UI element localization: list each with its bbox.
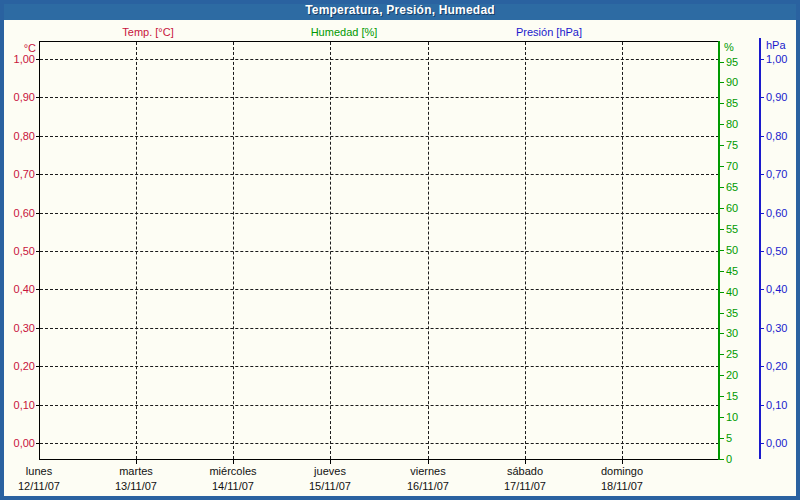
humidity-tick-label: 50: [726, 243, 738, 257]
vertical-gridline: [330, 42, 331, 459]
horizontal-gridline: [40, 97, 719, 98]
temperature-tick: [36, 97, 39, 98]
window-border: [0, 0, 800, 500]
legend-humidity: Humedad [%]: [311, 26, 378, 38]
pressure-tick-label: 0,80: [766, 129, 787, 143]
horizontal-gridline: [40, 443, 719, 444]
vertical-gridline: [233, 42, 234, 459]
temperature-tick: [36, 251, 39, 252]
pressure-tick: [759, 405, 764, 406]
pressure-tick: [759, 136, 764, 137]
day-date-label: 13/11/07: [88, 480, 184, 493]
day-tick: [622, 459, 623, 464]
humidity-tick-label: 5: [726, 431, 732, 445]
pressure-tick-label: 0,50: [766, 244, 787, 258]
humidity-tick: [718, 396, 724, 397]
temperature-tick: [36, 443, 39, 444]
temperature-tick-label: 0,40: [0, 282, 35, 296]
pressure-tick: [759, 213, 764, 214]
day-name-label: jueves: [282, 465, 378, 478]
temperature-tick: [36, 289, 39, 290]
humidity-tick-label: 35: [726, 306, 738, 320]
pressure-tick: [759, 174, 764, 175]
horizontal-gridline: [40, 405, 719, 406]
humidity-tick: [718, 250, 724, 251]
temperature-axis-line: [39, 41, 40, 460]
humidity-tick: [718, 292, 724, 293]
temperature-tick: [36, 328, 39, 329]
humidity-tick-label: 30: [726, 326, 738, 340]
humidity-tick: [718, 313, 724, 314]
day-date-label: 14/11/07: [185, 480, 281, 493]
humidity-tick-label: 90: [726, 75, 738, 89]
humidity-tick-label: 55: [726, 222, 738, 236]
pressure-tick: [759, 97, 764, 98]
pressure-tick-label: 0,20: [766, 359, 787, 373]
pressure-tick: [759, 443, 764, 444]
chart-titlebar: Temperatura, Presión, Humedad: [0, 0, 800, 20]
horizontal-gridline: [40, 289, 719, 290]
horizontal-gridline: [40, 136, 719, 137]
humidity-tick-label: 60: [726, 201, 738, 215]
humidity-tick-label: 0: [726, 452, 732, 466]
plot-border-top: [39, 41, 719, 42]
humidity-tick: [718, 459, 724, 460]
humidity-tick: [718, 354, 724, 355]
temperature-tick: [36, 405, 39, 406]
humidity-tick: [718, 145, 724, 146]
day-name-label: miércoles: [185, 465, 281, 478]
legend-pressure: Presión [hPa]: [516, 26, 582, 38]
pressure-tick: [759, 289, 764, 290]
humidity-tick-label: 80: [726, 117, 738, 131]
temperature-tick: [36, 174, 39, 175]
day-name-label: sábado: [477, 465, 573, 478]
humidity-tick: [718, 82, 724, 83]
vertical-gridline: [622, 42, 623, 459]
pressure-tick-label: 0,60: [766, 206, 787, 220]
day-date-label: 16/11/07: [380, 480, 476, 493]
humidity-axis-unit: %: [724, 41, 734, 53]
horizontal-gridline: [40, 251, 719, 252]
humidity-tick-label: 95: [726, 55, 738, 69]
temperature-tick: [36, 213, 39, 214]
temperature-tick-label: 0,80: [0, 129, 35, 143]
humidity-tick-label: 45: [726, 264, 738, 278]
temperature-tick: [36, 366, 39, 367]
horizontal-gridline: [40, 213, 719, 214]
pressure-tick-label: 1,00: [766, 52, 787, 66]
day-tick: [525, 459, 526, 464]
vertical-gridline: [136, 42, 137, 459]
day-tick: [330, 459, 331, 464]
legend-temperature: Temp. [°C]: [122, 26, 173, 38]
temperature-tick: [36, 59, 39, 60]
temperature-tick-label: 1,00: [0, 52, 35, 66]
humidity-tick: [718, 187, 724, 188]
humidity-tick: [718, 271, 724, 272]
vertical-gridline: [525, 42, 526, 459]
humidity-tick-label: 85: [726, 96, 738, 110]
day-name-label: lunes: [0, 465, 87, 478]
humidity-tick: [718, 417, 724, 418]
vertical-gridline: [428, 42, 429, 459]
humidity-tick: [718, 124, 724, 125]
humidity-tick: [718, 333, 724, 334]
temperature-tick-label: 0,70: [0, 167, 35, 181]
pressure-axis-line: [759, 38, 761, 459]
weather-chart-window: Temperatura, Presión, Humedad Temp. [°C]…: [0, 0, 800, 500]
pressure-tick: [759, 251, 764, 252]
pressure-tick-label: 0,40: [766, 282, 787, 296]
day-name-label: domingo: [574, 465, 670, 478]
humidity-tick-label: 75: [726, 138, 738, 152]
humidity-tick: [718, 166, 724, 167]
humidity-tick: [718, 103, 724, 104]
humidity-tick: [718, 208, 724, 209]
pressure-tick-label: 0,30: [766, 321, 787, 335]
humidity-tick-label: 20: [726, 368, 738, 382]
day-tick: [136, 459, 137, 464]
x-axis-line: [39, 459, 720, 460]
day-date-label: 17/11/07: [477, 480, 573, 493]
humidity-tick: [718, 438, 724, 439]
humidity-tick: [718, 375, 724, 376]
pressure-tick-label: 0,10: [766, 398, 787, 412]
temperature-tick-label: 0,60: [0, 206, 35, 220]
